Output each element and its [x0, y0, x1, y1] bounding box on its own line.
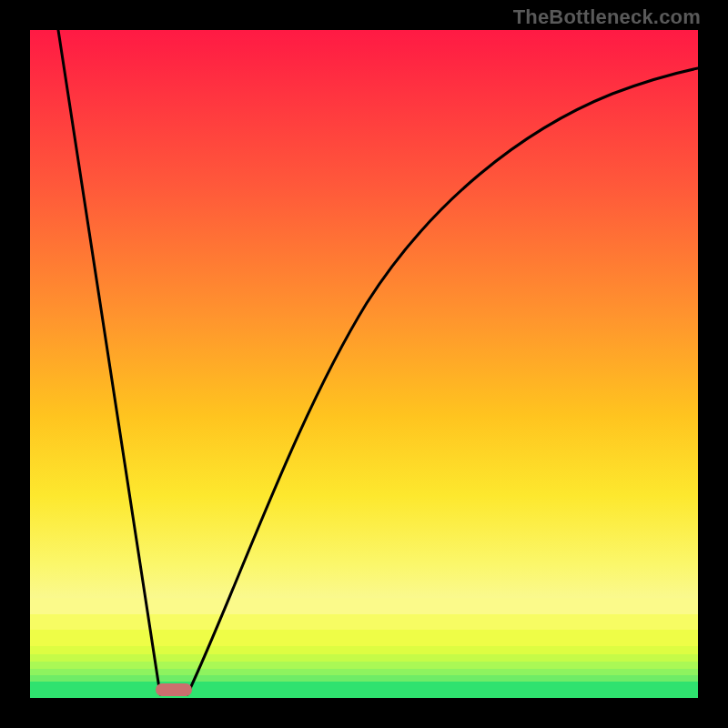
curve-layer [30, 30, 698, 698]
curve-path [58, 30, 698, 694]
chart-frame: TheBottleneck.com [0, 0, 728, 728]
plot-area [30, 30, 698, 698]
attribution-text: TheBottleneck.com [513, 5, 701, 29]
minimum-marker [156, 683, 192, 696]
